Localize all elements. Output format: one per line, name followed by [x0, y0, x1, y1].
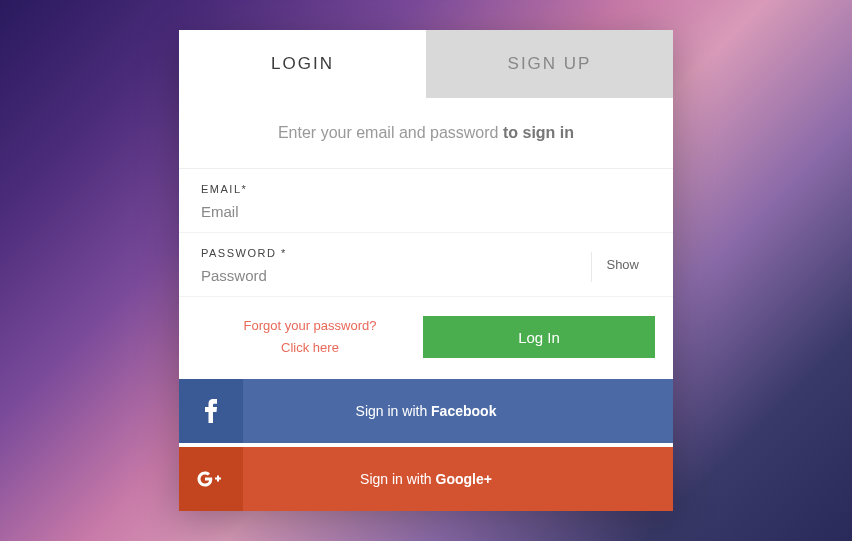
- google-signin-button[interactable]: Sign in with Google+: [179, 447, 673, 511]
- password-field-group: PASSWORD * Show: [179, 233, 673, 297]
- login-card: LOGIN SIGN UP Enter your email and passw…: [179, 30, 673, 511]
- password-label: PASSWORD *: [201, 247, 591, 259]
- password-input[interactable]: [201, 265, 591, 286]
- tab-login[interactable]: LOGIN: [179, 30, 426, 98]
- login-button[interactable]: Log In: [423, 316, 655, 358]
- actions-row: Forgot your password? Click here Log In: [179, 297, 673, 379]
- facebook-signin-button[interactable]: Sign in with Facebook: [179, 379, 673, 443]
- prompt-prefix: Enter your email and password: [278, 124, 503, 141]
- auth-tabs: LOGIN SIGN UP: [179, 30, 673, 98]
- email-field-group: EMAIL*: [179, 169, 673, 233]
- forgot-line2: Click here: [197, 337, 423, 359]
- email-label: EMAIL*: [201, 183, 651, 195]
- prompt-text: Enter your email and password to sign in: [179, 98, 673, 169]
- prompt-bold: to sign in: [503, 124, 574, 141]
- forgot-line1: Forgot your password?: [197, 315, 423, 337]
- facebook-icon: [179, 379, 243, 443]
- google-text: Sign in with Google+: [243, 471, 673, 487]
- email-input[interactable]: [201, 201, 651, 222]
- show-password-toggle[interactable]: Show: [591, 252, 651, 282]
- facebook-text: Sign in with Facebook: [243, 403, 673, 419]
- forgot-password-link[interactable]: Forgot your password? Click here: [197, 315, 423, 359]
- google-plus-icon: [179, 447, 243, 511]
- tab-signup[interactable]: SIGN UP: [426, 30, 673, 98]
